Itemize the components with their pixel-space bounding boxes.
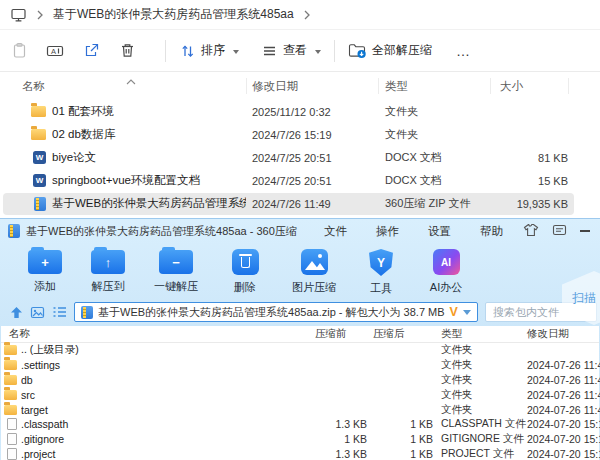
- extract-all-button[interactable]: 全部解压缩: [348, 42, 432, 59]
- column-header-name[interactable]: 名称: [0, 79, 246, 94]
- file-type: PROJECT 文件: [433, 447, 527, 460]
- file-icon: [7, 448, 17, 460]
- list-view-icon[interactable]: [52, 306, 67, 318]
- zip-file-icon: [81, 306, 93, 319]
- folder-icon: [31, 106, 46, 117]
- delete-button[interactable]: 删除: [212, 243, 278, 295]
- zip-title-bar[interactable]: 基于WEB的张仲景大药房药品管理系统485aa - 360压缩 文件 操作 设置…: [0, 219, 600, 243]
- size-before: 1 KB: [309, 433, 367, 445]
- sort-button[interactable]: 排序: [179, 42, 239, 59]
- word-doc-icon: W: [33, 151, 46, 164]
- one-key-extract-icon: −: [159, 250, 193, 274]
- archive-column-headers: 名称 压缩前 压缩后 类型 修改日期: [1, 326, 599, 343]
- view-button[interactable]: 查看: [261, 42, 321, 59]
- file-icon: [7, 433, 17, 445]
- table-row-selected[interactable]: 基于WEB的张仲景大药房药品管理系统485aa 2024/7/26 11:49 …: [0, 192, 600, 215]
- column-header-name[interactable]: 名称: [1, 327, 309, 341]
- column-header-size-before[interactable]: 压缩前: [309, 327, 367, 341]
- file-name: .gitignore: [21, 433, 309, 445]
- table-row[interactable]: 01 配套环境 2025/11/12 0:32 文件夹: [0, 100, 600, 123]
- delete-icon[interactable]: [116, 42, 138, 59]
- column-header-date[interactable]: 修改日期: [527, 327, 599, 341]
- column-divider[interactable]: [490, 78, 491, 94]
- skin-icon[interactable]: [523, 223, 539, 239]
- size-before: 1.3 KB: [309, 418, 367, 430]
- share-icon[interactable]: [80, 42, 102, 59]
- zip-app-icon: [8, 224, 20, 238]
- table-row[interactable]: db 文件夹 2024-07-26 11:49: [1, 373, 599, 388]
- file-type: CLASSPATH 文件: [433, 417, 527, 431]
- one-key-extract-button[interactable]: − 一键解压: [140, 243, 212, 294]
- one-key-extract-label: 一键解压: [154, 279, 198, 294]
- column-divider[interactable]: [568, 78, 569, 94]
- vip-icon[interactable]: V: [450, 305, 458, 319]
- archive-path-text: 基于WEB的张仲景大药房药品管理系统485aa.zip - 解包大小为 38.7…: [98, 305, 445, 320]
- menu-help[interactable]: 帮助: [480, 224, 503, 239]
- zip-file-icon: [34, 197, 46, 211]
- table-row[interactable]: 02 db数据库 2024/7/26 15:19 文件夹: [0, 123, 600, 146]
- image-compress-button[interactable]: 图片压缩: [278, 243, 350, 295]
- menu-action[interactable]: 操作: [376, 224, 399, 239]
- table-row[interactable]: W biye论文 2024/7/25 20:51 DOCX 文档 81 KB: [0, 146, 600, 169]
- archive-path-input[interactable]: 基于WEB的张仲景大药房药品管理系统485aa.zip - 解包大小为 38.7…: [74, 302, 478, 322]
- column-header-type[interactable]: 类型: [433, 327, 527, 341]
- file-size: 15 KB: [490, 175, 568, 187]
- table-row[interactable]: target 文件夹 2024-07-26 11:49: [1, 402, 599, 417]
- file-name: .. (上级目录): [21, 343, 309, 357]
- ai-office-button[interactable]: AI AI办公: [412, 243, 480, 295]
- minimize-button[interactable]: [580, 230, 590, 232]
- breadcrumb: 基于WEB的张仲景大药房药品管理系统485aa: [0, 0, 600, 30]
- tools-button[interactable]: Y 工具: [350, 243, 412, 296]
- file-icon: [7, 418, 17, 430]
- file-type: DOCX 文档: [378, 150, 490, 165]
- column-divider[interactable]: [378, 78, 379, 94]
- size-after: 1 KB: [367, 448, 433, 460]
- column-divider[interactable]: [246, 78, 247, 94]
- file-type: DOCX 文档: [378, 173, 490, 188]
- column-header-size-after[interactable]: 压缩后: [367, 327, 433, 341]
- size-after: 1 KB: [367, 433, 433, 445]
- file-name: db: [21, 374, 309, 386]
- breadcrumb-folder[interactable]: 基于WEB的张仲景大药房药品管理系统485aa: [53, 6, 294, 23]
- file-name: src: [21, 389, 309, 401]
- table-row[interactable]: .gitignore 1 KB 1 KB GITIGNORE 文件 2024-0…: [1, 432, 599, 447]
- table-row[interactable]: W springboot+vue环境配置文档 2024/7/25 20:51 D…: [0, 169, 600, 192]
- archive-file-list: 名称 压缩前 压缩后 类型 修改日期 .. (上级目录) 文件夹 .settin…: [1, 326, 599, 460]
- image-compress-label: 图片压缩: [292, 280, 336, 295]
- table-row[interactable]: .project 1.3 KB 1 KB PROJECT 文件 2024-07-…: [1, 447, 599, 460]
- file-type: 文件夹: [433, 358, 527, 372]
- file-name: springboot+vue环境配置文档: [52, 173, 246, 188]
- chevron-right-icon: [36, 10, 44, 20]
- column-header-size[interactable]: 大小: [490, 79, 568, 94]
- menu-settings[interactable]: 设置: [428, 224, 451, 239]
- extract-to-button[interactable]: ↑ 解压到: [76, 243, 140, 294]
- file-name: 02 db数据库: [52, 127, 246, 142]
- file-type: 文件夹: [433, 403, 527, 417]
- column-header-type[interactable]: 类型: [378, 79, 490, 94]
- table-row[interactable]: src 文件夹 2024-07-26 11:49: [1, 387, 599, 402]
- column-header-date[interactable]: 修改日期: [246, 79, 378, 94]
- table-row[interactable]: .. (上级目录) 文件夹: [1, 343, 599, 358]
- file-name: .settings: [21, 359, 309, 371]
- size-before: 1.3 KB: [309, 448, 367, 460]
- menu-file[interactable]: 文件: [324, 224, 347, 239]
- rename-icon[interactable]: A: [44, 42, 66, 59]
- paste-icon[interactable]: [8, 42, 30, 59]
- file-date: 2024-07-26 11:49: [527, 389, 600, 401]
- table-row[interactable]: .classpath 1.3 KB 1 KB CLASSPATH 文件 2024…: [1, 417, 599, 432]
- folder-icon: [31, 129, 46, 140]
- this-pc-icon[interactable]: [10, 7, 27, 23]
- word-doc-icon: W: [33, 174, 46, 187]
- more-options-button[interactable]: …: [456, 43, 471, 59]
- chevron-down-icon[interactable]: [463, 310, 471, 315]
- file-date: 2024-07-20 15:11: [527, 448, 600, 460]
- ai-office-label: AI办公: [430, 280, 462, 295]
- table-row[interactable]: .settings 文件夹 2024-07-26 11:49: [1, 358, 599, 373]
- add-button[interactable]: + 添加: [14, 243, 76, 294]
- ai-icon: AI: [433, 249, 460, 275]
- chevron-right-icon: [303, 10, 311, 20]
- feedback-icon[interactable]: [552, 224, 567, 239]
- up-directory-icon[interactable]: [10, 306, 23, 319]
- file-name: 01 配套环境: [52, 104, 246, 119]
- large-icon-view-icon[interactable]: [30, 306, 45, 319]
